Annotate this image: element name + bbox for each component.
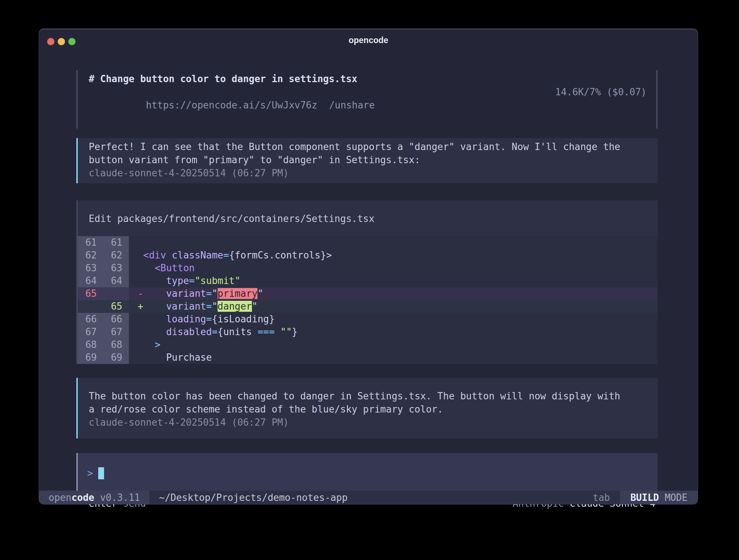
line-number-new: 69 [103, 351, 129, 364]
line-number-old: 65 [78, 287, 103, 300]
message-model-meta: claude-sonnet-4-20250514 (06:27 PM) [89, 166, 647, 180]
diff-row: 6666 loading={isLoading} [78, 313, 658, 326]
line-number-new: 66 [103, 313, 129, 326]
edit-file-path: packages/frontend/src/containers/Setting… [117, 213, 374, 224]
line-number-new: 64 [103, 275, 129, 287]
assistant-message-2: The button color has been changed to dan… [76, 378, 658, 438]
diff-row: 6363 <Button [78, 262, 658, 275]
opencode-window: opencode # Change button color to danger… [39, 28, 698, 505]
line-number-old [78, 300, 103, 313]
line-number-old: 66 [78, 313, 103, 326]
tab-key-hint: tab [593, 491, 610, 504]
status-left: opencode v0.3.11 ~/Desktop/Projects/demo… [39, 491, 348, 504]
diff-row: 6161 [78, 236, 658, 249]
session-content: # Change button color to danger in setti… [76, 70, 658, 510]
edit-action: Edit [89, 213, 112, 224]
session-title: # Change button color to danger in setti… [89, 72, 647, 85]
minimize-button[interactable] [58, 38, 65, 45]
working-directory: ~/Desktop/Projects/demo-notes-app [159, 491, 348, 504]
line-number-new: 61 [103, 236, 129, 249]
edit-tool-title: Edit packages/frontend/src/containers/Se… [78, 200, 658, 236]
assistant-message-1: Perfect! I can see that the Button compo… [76, 138, 658, 183]
unshare-command[interactable]: /unshare [329, 100, 375, 111]
line-number-new: 62 [103, 249, 129, 262]
line-number-new: 63 [103, 262, 129, 275]
window-title: opencode [39, 29, 698, 51]
close-button[interactable] [47, 38, 54, 45]
line-number-old: 68 [78, 338, 103, 351]
app-version-chip: opencode v0.3.11 [39, 491, 149, 504]
diff-code-line [129, 236, 658, 249]
message-line: The button color has been changed to dan… [89, 390, 647, 403]
line-number-new: 67 [103, 326, 129, 338]
title-bar: opencode [39, 29, 698, 51]
message-model-meta: claude-sonnet-4-20250514 (06:27 PM) [89, 416, 647, 429]
diff-code-line: type="submit" [129, 275, 658, 287]
diff-row: 6464 type="submit" [78, 275, 658, 287]
diff-code-line: Purchase [129, 351, 658, 364]
assistant-message-text: The button color has been changed to dan… [89, 390, 647, 416]
diff-code-line: disabled={units === ""} [129, 326, 658, 338]
status-bar: opencode v0.3.11 ~/Desktop/Projects/demo… [39, 491, 698, 504]
diff-row: 6969 Purchase [78, 351, 658, 364]
diff-code-line: > [129, 338, 658, 351]
line-number-old: 62 [78, 249, 103, 262]
diff-code-line: <Button [129, 262, 658, 275]
edit-tool-block: Edit packages/frontend/src/containers/Se… [76, 200, 658, 364]
status-right: tab BUILD MODE [593, 491, 698, 504]
diff-code-line: + variant="danger" [129, 300, 658, 313]
share-info: https://opencode.ai/s/UwJxv76z/unshare [89, 85, 375, 125]
diff-row: 65 - variant="primary" [78, 287, 658, 300]
line-number-old: 61 [78, 236, 103, 249]
app-name-bold: code [72, 492, 95, 503]
session-meta-row: https://opencode.ai/s/UwJxv76z/unshare 1… [89, 85, 647, 125]
mode-primary: BUILD [630, 492, 665, 503]
line-number-new: 68 [103, 338, 129, 351]
prompt-symbol: > [87, 468, 93, 479]
text-cursor [98, 467, 104, 479]
share-url[interactable]: https://opencode.ai/s/UwJxv76z [146, 100, 318, 111]
mode-chip[interactable]: BUILD MODE [620, 491, 698, 504]
line-number-old: 69 [78, 351, 103, 364]
assistant-message-text: Perfect! I can see that the Button compo… [89, 140, 647, 166]
session-header: # Change button color to danger in setti… [76, 70, 658, 129]
diff-row: 6262 <div className={formCs.controls}> [78, 249, 658, 262]
line-number-new [103, 287, 129, 300]
token-usage: 14.6K/7% ($0.07) [555, 85, 647, 125]
diff-row: 6767 disabled={units === ""} [78, 326, 658, 338]
line-number-new: 65 [103, 300, 129, 313]
line-number-old: 63 [78, 262, 103, 275]
diff-view: 61616262 <div className={formCs.controls… [78, 236, 658, 364]
line-number-old: 67 [78, 326, 103, 338]
message-line: button variant from "primary" to "danger… [89, 153, 647, 166]
app-name-light: open [49, 492, 72, 503]
diff-row: 65 + variant="danger" [78, 300, 658, 313]
app-version: v0.3.11 [94, 492, 140, 503]
message-line: Perfect! I can see that the Button compo… [89, 140, 647, 153]
diff-code-line: - variant="primary" [129, 287, 658, 300]
line-number-old: 64 [78, 275, 103, 287]
diff-code-line: loading={isLoading} [129, 313, 658, 326]
diff-code-line: <div className={formCs.controls}> [129, 249, 658, 262]
mode-secondary: MODE [665, 492, 688, 503]
diff-row: 6868 > [78, 338, 658, 351]
zoom-button[interactable] [68, 38, 76, 45]
prompt-input[interactable]: > [76, 453, 658, 493]
message-line: a red/rose color scheme instead of the b… [89, 403, 647, 416]
traffic-lights [47, 38, 76, 45]
